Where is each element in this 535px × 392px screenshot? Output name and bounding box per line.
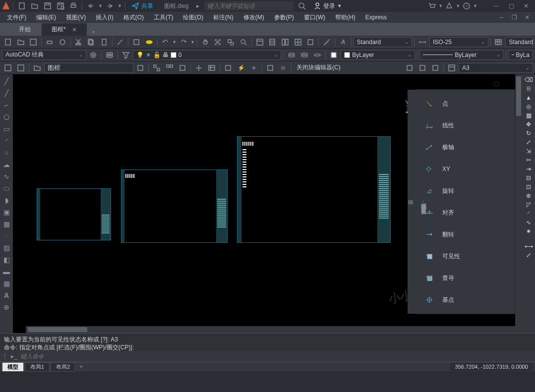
table-tool-icon[interactable]: ▦ <box>1 279 11 288</box>
rotate-tool-icon[interactable]: ↻ <box>526 130 531 137</box>
arc-tool-icon[interactable]: ◜ <box>1 136 11 146</box>
mtext-tool-icon[interactable]: A <box>1 290 11 300</box>
ellipse-tool-icon[interactable]: ⬭ <box>1 183 11 193</box>
workspace-dropdown[interactable]: AutoCAD 经典⌄ <box>2 50 86 60</box>
maximize-icon[interactable]: ▢ <box>504 1 518 11</box>
tool-palettes-icon[interactable] <box>279 37 291 48</box>
line-tool-icon[interactable]: ╱ <box>1 76 11 86</box>
menu-tools[interactable]: 工具(T) <box>149 12 178 23</box>
bedit-table-icon[interactable] <box>206 62 218 73</box>
color-icon[interactable] <box>328 50 340 60</box>
properties-icon[interactable] <box>254 37 266 48</box>
cmd-handle-icon[interactable]: ⋮ <box>2 353 8 360</box>
layer-iso-icon[interactable] <box>298 50 310 60</box>
param-rotate[interactable]: 旋转 <box>416 180 515 202</box>
erase-tool-icon[interactable]: ⌫ <box>525 76 533 83</box>
table-style-icon[interactable] <box>493 37 505 48</box>
chamfer-tool-icon[interactable]: ◸ <box>527 201 531 208</box>
color-bylayer-dropdown[interactable]: ByLayer⌄ <box>341 50 415 60</box>
param-xy[interactable]: XY <box>416 158 515 180</box>
dim-style-icon[interactable] <box>416 37 428 48</box>
panel-menu-icon[interactable]: ▤ <box>408 92 414 312</box>
spline-tool-icon[interactable]: ∿ <box>1 171 11 181</box>
region-tool-icon[interactable]: ▬ <box>1 267 11 277</box>
doc-restore-icon[interactable]: ❐ <box>508 14 520 21</box>
horizontal-scrollbar[interactable] <box>26 326 515 333</box>
match-prop-icon[interactable] <box>115 37 126 48</box>
block-tool-icon[interactable]: ▦ <box>1 219 11 229</box>
point-tool-icon[interactable]: · <box>1 231 11 241</box>
bedit-saveas-icon[interactable] <box>15 62 27 73</box>
menu-format[interactable]: 格式(O) <box>119 12 149 23</box>
preview-icon[interactable] <box>57 37 68 48</box>
frame-a4[interactable] <box>37 188 111 240</box>
tab-start[interactable]: 开始 <box>9 23 41 36</box>
layer-filter-icon[interactable] <box>120 50 132 60</box>
dim-style-dropdown[interactable]: ISO-25⌄ <box>429 37 488 47</box>
layer-prev-icon[interactable] <box>311 50 323 60</box>
zoom-prev-icon[interactable] <box>238 37 249 48</box>
close-block-editor-button[interactable]: 关闭块编辑器(C) <box>294 63 344 72</box>
layout-tab-model[interactable]: 模型 <box>2 362 24 372</box>
menu-insert[interactable]: 插入(I) <box>91 12 118 23</box>
help-icon[interactable]: ? <box>461 0 472 11</box>
layer-props-icon[interactable] <box>104 50 116 60</box>
vertical-scrollbar[interactable] <box>515 74 522 333</box>
bedit-bolt-icon[interactable]: ⚡ <box>235 62 247 73</box>
tab-close-icon[interactable]: ✕ <box>72 26 77 33</box>
doc-minimize-icon[interactable]: ─ <box>495 14 507 21</box>
dim-linear-icon[interactable]: ⟷ <box>525 243 533 250</box>
tab-add-button[interactable]: + <box>88 29 100 36</box>
doc-close-icon[interactable]: ✕ <box>521 14 533 21</box>
hatch-tool-icon[interactable]: ▨ <box>1 243 11 253</box>
circle-tool-icon[interactable]: ○ <box>1 148 11 158</box>
minimize-icon[interactable]: ─ <box>489 1 503 11</box>
redo-tool-icon[interactable] <box>178 37 189 48</box>
param-point[interactable]: 点 <box>416 93 515 114</box>
linetype-dropdown[interactable]: ByLayer⌄ <box>419 50 504 60</box>
command-input[interactable] <box>20 353 533 360</box>
bedit-open-icon[interactable] <box>31 62 43 73</box>
bedit-show-icon[interactable] <box>164 62 176 73</box>
layout-add-button[interactable]: + <box>76 363 86 370</box>
insert-tool-icon[interactable]: ▣ <box>1 207 11 217</box>
lineweight-dropdown[interactable]: ByLa <box>508 50 533 60</box>
frame-a2[interactable] <box>237 136 391 243</box>
param-lookup[interactable]: 查寻 <box>416 267 515 289</box>
open-doc-icon[interactable] <box>15 37 27 48</box>
undo-icon[interactable] <box>85 0 96 11</box>
bedit-save-icon[interactable] <box>2 62 14 73</box>
redo-icon[interactable] <box>105 0 116 11</box>
trim-tool-icon[interactable]: ✂ <box>526 157 531 164</box>
vis-hide-icon[interactable] <box>429 62 441 73</box>
text-style-a-icon[interactable]: A <box>337 37 349 48</box>
app-icon[interactable] <box>444 0 455 11</box>
close-window-icon[interactable]: ✕ <box>519 1 533 11</box>
bedit-fx-icon[interactable]: fx <box>277 62 289 73</box>
bedit-attr-icon[interactable] <box>222 62 234 73</box>
param-polar[interactable]: 极轴 <box>416 136 515 158</box>
print-icon[interactable] <box>68 0 79 11</box>
offset-tool-icon[interactable]: ◎ <box>526 103 531 110</box>
join-tool-icon[interactable]: ⊕ <box>526 192 531 199</box>
block-editor-icon[interactable] <box>130 37 142 48</box>
ellipse-arc-tool-icon[interactable]: ◗ <box>1 195 11 205</box>
menu-edit[interactable]: 编辑(E) <box>31 12 61 23</box>
new-doc-icon[interactable] <box>2 37 14 48</box>
menu-dimension[interactable]: 标注(N) <box>208 12 238 23</box>
menu-help[interactable]: 帮助(H) <box>330 12 360 23</box>
vis-mode-icon[interactable] <box>404 62 416 73</box>
scale-tool-icon[interactable]: ⤢ <box>526 139 531 146</box>
bedit-constr-icon[interactable] <box>264 62 276 73</box>
layer-states-icon[interactable] <box>286 50 297 60</box>
pline-tool-icon[interactable]: ⌐ <box>1 100 11 110</box>
revcloud-tool-icon[interactable]: ☁ <box>1 160 11 169</box>
open-icon[interactable] <box>29 0 40 11</box>
workspace-settings-icon[interactable] <box>87 50 99 60</box>
pan-icon[interactable] <box>199 37 211 48</box>
rect-tool-icon[interactable]: ▭ <box>1 124 11 134</box>
dim-aligned-icon[interactable]: ⤢ <box>526 252 531 259</box>
polygon-tool-icon[interactable]: ⬠ <box>1 112 11 122</box>
menu-file[interactable]: 文件(F) <box>2 12 31 23</box>
design-center-icon[interactable] <box>292 37 304 48</box>
